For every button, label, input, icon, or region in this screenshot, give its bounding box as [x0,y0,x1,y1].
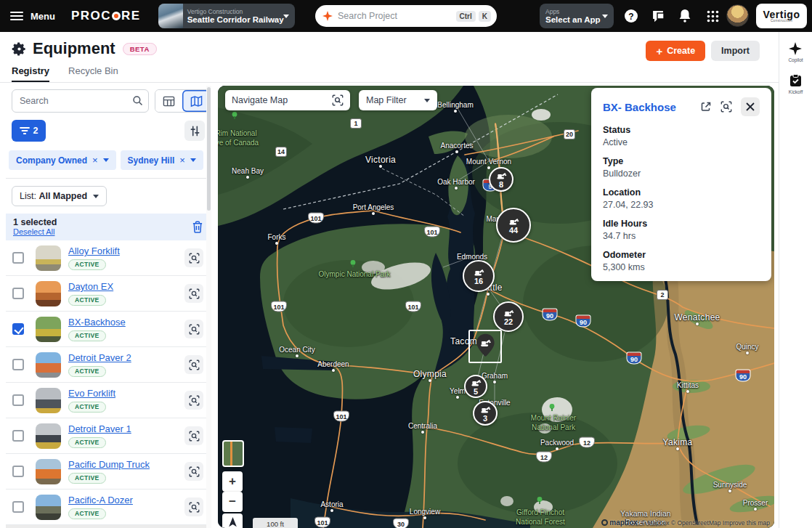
equipment-cluster-marker[interactable]: 5 [464,375,487,398]
info-field: TypeBulldozer [603,156,760,179]
info-field-value: Bulldozer [603,168,760,179]
locate-on-map-button[interactable] [184,284,203,303]
filter-chip[interactable]: Sydney Hill× [121,150,203,170]
place-label: Bellingham [437,101,473,109]
equipment-cluster-marker[interactable]: 44 [496,208,531,243]
locate-on-map-button[interactable] [184,248,203,267]
remove-filter-icon[interactable]: × [92,155,98,166]
area-label: Yakama Indian [620,509,670,518]
right-toolbar: Copilot Kickoff [779,32,812,528]
filter-chip[interactable]: Company Owned× [9,150,116,170]
info-card-title[interactable]: BX- Backhose [603,101,700,113]
equipment-cluster-marker[interactable]: 8 [489,167,513,192]
equipment-name-link[interactable]: BX-Backhose [68,317,126,328]
remove-filter-icon[interactable]: × [179,155,185,166]
equipment-name-link[interactable]: Evo Forklift [68,388,115,399]
chevron-down-icon[interactable] [103,158,109,162]
menu-icon[interactable] [10,12,23,20]
close-icon[interactable] [741,97,760,116]
equipment-name-link[interactable]: Pacific-A Dozer [68,495,133,505]
row-checkbox[interactable] [12,288,24,299]
equipment-cluster-marker[interactable]: 22 [493,301,524,332]
apps-grid-icon[interactable] [704,7,721,25]
row-checkbox[interactable] [12,501,24,513]
global-search-input[interactable]: Search Project Ctrl K [315,5,497,27]
place-label: Packwood [540,439,574,447]
project-name: Seattle Corridor Railway [187,15,279,24]
map-style-switcher[interactable] [222,440,244,467]
selected-equipment-marker[interactable] [468,330,502,363]
chevron-down-icon[interactable] [190,158,196,162]
place-label: Victoria [365,155,396,165]
equipment-cluster-marker[interactable]: 3 [473,401,498,426]
create-button[interactable]: +Create [646,41,705,61]
attribution-text[interactable]: © Mapbox © OpenStreetMap Improve this ma… [641,519,770,527]
vertigo-logo-subtext: Construction [771,20,792,23]
tab-registry[interactable]: Registry [12,65,49,82]
menu-label[interactable]: Menu [31,11,55,22]
row-checkbox[interactable] [12,323,24,335]
panel-scrollbar[interactable] [206,86,211,528]
equipment-name-link[interactable]: Pacific Dump Truck [68,459,150,470]
row-checkbox[interactable] [12,252,24,264]
place-label: Quincy [736,343,758,351]
north-arrow-icon [227,516,238,528]
equipment-info: Alloy ForkliftACTIVE [68,245,120,270]
locate-on-map-button[interactable] [184,497,203,516]
project-selector[interactable]: Vertigo Construction Seattle Corridor Ra… [158,4,295,28]
copilot-button[interactable]: Copilot [788,42,803,62]
search-icon [132,95,143,109]
map-container[interactable]: BellinghamAnacortesMount VernonVictoriaN… [218,86,774,528]
navigate-map-button[interactable]: Navigate Map [225,90,350,110]
locate-scan-icon[interactable] [720,101,732,113]
list-scope-dropdown[interactable]: List: All Mapped [12,186,107,206]
row-checkbox[interactable] [12,359,24,370]
locate-on-map-button[interactable] [184,462,203,481]
locate-on-map-button[interactable] [184,426,203,445]
row-checkbox[interactable] [12,394,24,406]
place-label: Oak Harbor [437,178,475,186]
locate-on-map-button[interactable] [184,320,203,338]
chat-icon[interactable] [650,7,667,25]
highway-shield: 14 [275,147,287,157]
open-external-icon[interactable] [700,101,712,113]
deselect-all-link[interactable]: Deselect All [13,227,57,236]
map-filter-dropdown[interactable]: Map Filter [359,90,437,110]
mapbox-logo[interactable]: mapbox [601,519,637,527]
procore-logo[interactable]: PROCRE [71,9,141,23]
filters-button[interactable]: 2 [12,120,46,142]
tab-recycle-bin[interactable]: Recycle Bin [68,65,118,82]
equipment-name-link[interactable]: Alloy Forklift [68,245,120,256]
equipment-name-link[interactable]: Detroit Paver 2 [68,352,131,363]
place-dot [455,187,458,190]
equipment-cluster-marker[interactable]: 16 [463,260,495,292]
beta-badge: BETA [123,43,157,55]
vertigo-logo-text: Vertigo [763,9,800,20]
kickoff-button[interactable]: Kickoff [789,74,803,94]
tune-sliders-icon [190,126,200,137]
zoom-out-button[interactable]: − [222,492,243,512]
place-dot [556,447,559,450]
locate-on-map-button[interactable] [184,391,203,410]
user-avatar[interactable] [726,4,749,27]
delete-trash-icon[interactable] [192,221,203,233]
equipment-name-link[interactable]: Dayton EX [68,281,113,292]
place-label: Yakima [663,437,693,447]
notifications-bell-icon[interactable] [676,7,694,25]
zoom-in-button[interactable]: + [222,471,243,492]
filter-settings-button[interactable] [184,121,205,141]
apps-selector[interactable]: Apps Select an App [540,4,614,28]
compass-button[interactable] [222,513,243,528]
chevron-down-icon [602,15,608,18]
row-checkbox[interactable] [12,430,24,442]
row-checkbox[interactable] [12,466,24,477]
place-dot [379,165,382,168]
info-field-value: 34.7 hrs [603,231,760,241]
help-icon[interactable]: ? [622,7,640,25]
map-attribution: mapbox © Mapbox © OpenStreetMap Improve … [601,519,770,527]
table-view-button[interactable] [155,90,183,112]
import-button[interactable]: Import [711,41,760,61]
locate-on-map-button[interactable] [184,355,203,374]
equipment-name-link[interactable]: Detroit Paver 1 [68,423,131,434]
equipment-search-input[interactable] [12,89,149,113]
